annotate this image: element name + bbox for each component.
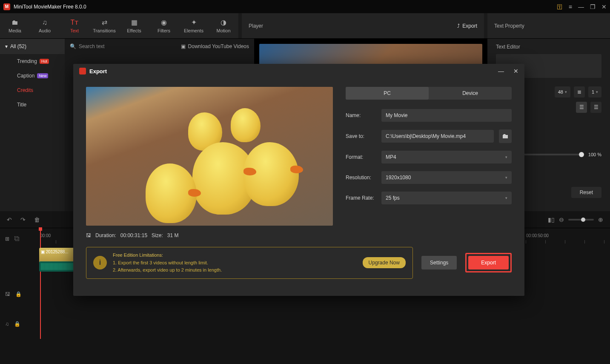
elements-icon: ✦: [191, 18, 197, 26]
top-tabs: 🖿Media ♫Audio TᴛText ⇄Transitions ▦Effec…: [0, 13, 610, 39]
menu-icon[interactable]: ≡: [569, 3, 572, 10]
music-track-icon[interactable]: ♫: [5, 321, 9, 327]
sidebar: ▾ All (52) Trending Hot Caption New Cred…: [0, 39, 65, 211]
camera-icon[interactable]: ▮▯: [548, 216, 555, 223]
motion-icon: ◑: [221, 18, 226, 26]
export-button-highlight: Export: [465, 253, 512, 272]
delete-icon[interactable]: 🗑: [34, 216, 40, 223]
download-youtube-link[interactable]: ▣ Download YouTube Videos: [181, 43, 249, 49]
name-label: Name:: [346, 112, 376, 118]
limit-title: Free Edition Limitations:: [113, 252, 357, 259]
maximize-icon[interactable]: ❐: [590, 3, 596, 10]
tab-audio[interactable]: ♫Audio: [30, 13, 60, 38]
lock-icon[interactable]: 🔒: [14, 321, 20, 327]
info-icon: i: [93, 256, 107, 269]
sidebar-item-title[interactable]: Title: [0, 97, 65, 112]
resolution-select[interactable]: 1920x1080▾: [381, 171, 512, 184]
search-input[interactable]: 🔍 Search text: [70, 43, 105, 49]
export-button[interactable]: Export: [468, 256, 509, 269]
tab-pc[interactable]: PC: [346, 87, 429, 100]
time-mark: 00:00: [40, 233, 51, 238]
tab-effects[interactable]: ▦Effects: [119, 13, 149, 38]
text-property-title: Text Property: [494, 23, 524, 29]
tab-filters[interactable]: ◉Filters: [149, 13, 179, 38]
zoom-in-icon[interactable]: ⊕: [598, 216, 603, 223]
zoom-slider[interactable]: [568, 219, 594, 221]
text-editor-label: Text Editor: [496, 44, 601, 50]
chevron-down-icon: ▾: [505, 155, 507, 159]
limit-line-2: 2. Afterwards, export video up to 2 minu…: [113, 267, 357, 274]
folder-icon: 🖿: [502, 132, 509, 140]
new-badge: New: [37, 73, 48, 78]
clip-icon: ▣: [41, 249, 45, 254]
tab-transitions[interactable]: ⇄Transitions: [89, 13, 119, 38]
close-icon[interactable]: ✕: [601, 3, 607, 10]
time-mark: 00:00:50:00: [526, 233, 549, 238]
chevron-down-icon: ▾: [565, 90, 567, 94]
reset-button[interactable]: Reset: [571, 187, 601, 198]
framerate-select[interactable]: 25 fps▾: [381, 192, 512, 204]
app-logo-icon: [79, 68, 86, 75]
duration-label: Duration:: [95, 232, 116, 238]
align-right-icon[interactable]: ☰: [590, 102, 601, 113]
player-title: Player: [249, 23, 263, 29]
undo-icon[interactable]: ↶: [7, 216, 12, 223]
save-icon[interactable]: 🖫: [5, 291, 10, 297]
search-icon: 🔍: [70, 43, 76, 49]
redo-icon[interactable]: ↷: [20, 216, 26, 223]
opacity-value: 100 %: [588, 152, 601, 157]
dialog-title: Export: [89, 68, 489, 75]
titlebar: M MiniTool MovieMaker Free 8.0.0 ⚿ ≡ — ❐…: [0, 0, 610, 13]
add-track-icon[interactable]: ⊞: [5, 236, 9, 242]
chevron-down-icon: ▾: [5, 43, 8, 49]
browse-button[interactable]: 🖿: [499, 129, 512, 143]
sidebar-all[interactable]: ▾ All (52): [0, 39, 65, 54]
tab-device[interactable]: Device: [429, 87, 512, 100]
chevron-down-icon: ▾: [505, 175, 507, 180]
align-center-icon[interactable]: ☰: [576, 102, 587, 113]
hot-badge: Hot: [40, 59, 49, 64]
format-select[interactable]: MP4▾: [381, 151, 512, 163]
sidebar-item-credits[interactable]: Credits: [0, 83, 65, 97]
saveto-label: Save to:: [346, 133, 376, 139]
line-spacing-icon[interactable]: ≣: [574, 86, 585, 97]
minimize-icon[interactable]: —: [578, 3, 584, 10]
sidebar-item-trending[interactable]: Trending Hot: [0, 54, 65, 69]
tab-media[interactable]: 🖿Media: [0, 13, 30, 38]
font-size-select[interactable]: 48▾: [555, 86, 570, 97]
chevron-down-icon: ▾: [505, 196, 507, 200]
export-icon: ⤴: [457, 23, 460, 29]
tab-elements[interactable]: ✦Elements: [179, 13, 209, 38]
name-input[interactable]: [381, 109, 512, 122]
folder-icon: 🖿: [11, 19, 18, 26]
minimize-icon[interactable]: —: [498, 68, 504, 75]
duration-value: 00:00:31:15: [120, 232, 147, 238]
app-title: MiniTool MovieMaker Free 8.0.0: [14, 4, 557, 10]
upgrade-button[interactable]: Upgrade Now: [363, 257, 406, 268]
effects-icon: ▦: [131, 18, 137, 26]
line-height-select[interactable]: 1▾: [588, 86, 601, 97]
tab-text[interactable]: TᴛText: [60, 13, 89, 38]
zoom-out-icon[interactable]: ⊖: [559, 216, 564, 223]
size-value: 31 M: [167, 232, 179, 238]
transition-icon: ⇄: [102, 18, 107, 26]
text-icon: Tᴛ: [71, 18, 79, 26]
format-label: Format:: [346, 154, 376, 160]
lock-icon[interactable]: 🔒: [15, 291, 22, 297]
close-icon[interactable]: ✕: [513, 68, 518, 75]
music-icon: ♫: [42, 19, 47, 26]
playhead[interactable]: [40, 228, 41, 339]
copy-track-icon[interactable]: ⿻: [14, 236, 20, 242]
filters-icon: ◉: [161, 18, 167, 26]
size-label: Size:: [152, 232, 163, 238]
tab-motion[interactable]: ◑Motion: [209, 13, 238, 38]
sidebar-item-caption[interactable]: Caption New: [0, 69, 65, 83]
export-preview: [86, 87, 333, 226]
limit-line-1: 1. Export the first 3 videos without len…: [113, 259, 357, 267]
saveto-input[interactable]: [381, 130, 494, 143]
key-icon[interactable]: ⚿: [557, 3, 563, 10]
framerate-label: Frame Rate:: [346, 195, 376, 201]
export-button-top[interactable]: ⤴ Export: [457, 23, 477, 29]
settings-button[interactable]: Settings: [421, 256, 457, 269]
export-dialog: Export — ✕ PC Device Name: Save to: 🖿: [73, 64, 524, 296]
